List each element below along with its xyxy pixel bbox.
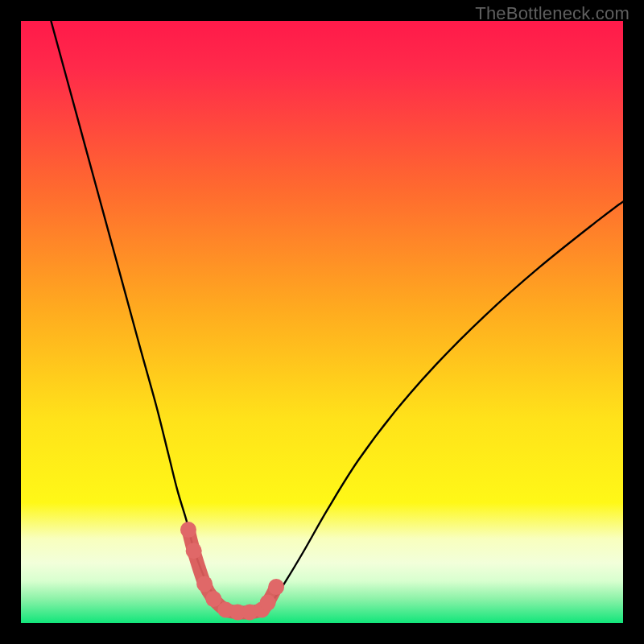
chart-svg bbox=[21, 21, 623, 623]
chart-frame: TheBottleneck.com bbox=[0, 0, 644, 644]
plot-area bbox=[21, 21, 623, 623]
marker-point bbox=[205, 591, 221, 607]
marker-point bbox=[260, 595, 276, 611]
marker-point bbox=[186, 543, 202, 559]
marker-point bbox=[180, 522, 196, 538]
watermark-text: TheBottleneck.com bbox=[475, 3, 630, 24]
gradient-background bbox=[21, 21, 623, 623]
marker-point bbox=[268, 579, 284, 595]
marker-point bbox=[196, 576, 213, 592]
